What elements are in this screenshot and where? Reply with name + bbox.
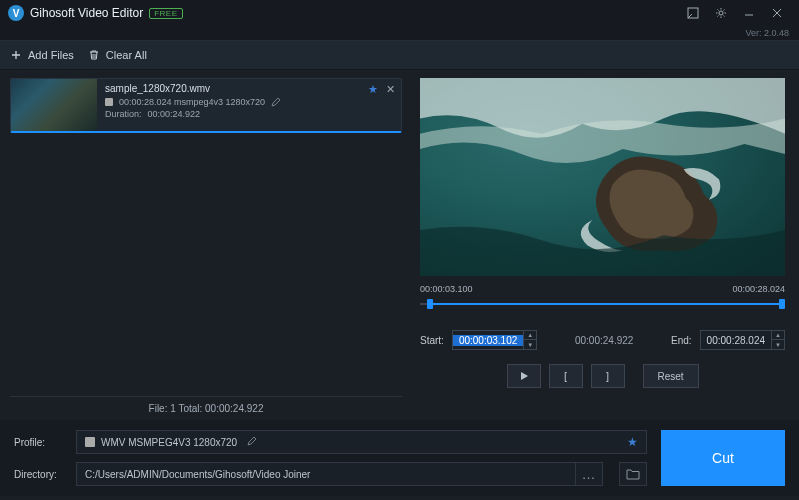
- end-time-input[interactable]: 00:00:28.024 ▲ ▼: [700, 330, 785, 350]
- codec-icon: [105, 98, 113, 106]
- add-files-button[interactable]: Add Files: [10, 49, 74, 61]
- directory-field[interactable]: C:/Users/ADMIN/Documents/Gihosoft/Video …: [76, 462, 603, 486]
- timeline-track[interactable]: [420, 296, 785, 312]
- clear-all-button[interactable]: Clear All: [88, 49, 147, 61]
- file-thumbnail: [11, 79, 97, 131]
- settings-icon[interactable]: [707, 0, 735, 26]
- end-label: End:: [671, 335, 692, 346]
- file-list-footer: File: 1 Total: 00:00:24.922: [10, 396, 402, 420]
- profile-selector[interactable]: WMV MSMPEG4V3 1280x720 ★: [76, 430, 647, 454]
- app-logo-icon: V: [8, 5, 24, 21]
- selection-duration: 00:00:24.922: [545, 335, 663, 346]
- start-label: Start:: [420, 335, 444, 346]
- title-bar: V Gihosoft Video Editor FREE: [0, 0, 799, 26]
- trim-handle-end[interactable]: [779, 299, 785, 309]
- start-step-down[interactable]: ▼: [524, 340, 536, 349]
- mark-in-button[interactable]: [: [549, 364, 583, 388]
- edit-window-icon[interactable]: [679, 0, 707, 26]
- free-badge: FREE: [149, 8, 182, 19]
- file-item[interactable]: sample_1280x720.wmv 00:00:28.024 msmpeg4…: [10, 78, 402, 133]
- profile-favorite-icon[interactable]: ★: [627, 435, 638, 449]
- file-name: sample_1280x720.wmv: [105, 83, 393, 94]
- start-time-input[interactable]: 00:00:03.102 ▲ ▼: [452, 330, 537, 350]
- file-codec-line: 00:00:28.024 msmpeg4v3 1280x720: [119, 97, 265, 107]
- close-button[interactable]: [763, 0, 791, 26]
- play-button[interactable]: [507, 364, 541, 388]
- cut-button[interactable]: Cut: [661, 430, 785, 486]
- duration-value: 00:00:24.922: [148, 109, 201, 119]
- timeline-start-label: 00:00:03.100: [420, 284, 473, 294]
- version-label: Ver: 2.0.48: [0, 26, 799, 40]
- profile-codec-icon: [85, 437, 95, 447]
- video-preview[interactable]: [420, 78, 785, 276]
- timeline-end-label: 00:00:28.024: [732, 284, 785, 294]
- minimize-button[interactable]: [735, 0, 763, 26]
- directory-more-button[interactable]: …: [575, 463, 601, 485]
- mark-out-button[interactable]: ]: [591, 364, 625, 388]
- file-list-pane: sample_1280x720.wmv 00:00:28.024 msmpeg4…: [0, 70, 410, 420]
- duration-label: Duration:: [105, 109, 142, 119]
- browse-folder-button[interactable]: [619, 462, 647, 486]
- preview-pane: 00:00:03.100 00:00:28.024 Start: 00:00:0…: [410, 70, 799, 420]
- profile-label: Profile:: [14, 437, 66, 448]
- directory-label: Directory:: [14, 469, 66, 480]
- reset-button[interactable]: Reset: [643, 364, 699, 388]
- end-step-down[interactable]: ▼: [772, 340, 784, 349]
- svg-point-1: [719, 11, 723, 15]
- toolbar: Add Files Clear All: [0, 40, 799, 70]
- footer: Profile: WMV MSMPEG4V3 1280x720 ★ Direct…: [0, 420, 799, 496]
- remove-file-icon[interactable]: ✕: [386, 83, 395, 96]
- favorite-icon[interactable]: ★: [368, 83, 378, 96]
- profile-edit-icon[interactable]: [247, 436, 257, 448]
- file-edit-icon[interactable]: [271, 97, 281, 107]
- trim-handle-start[interactable]: [427, 299, 433, 309]
- start-step-up[interactable]: ▲: [524, 331, 536, 340]
- app-title: Gihosoft Video Editor: [30, 6, 143, 20]
- end-step-up[interactable]: ▲: [772, 331, 784, 340]
